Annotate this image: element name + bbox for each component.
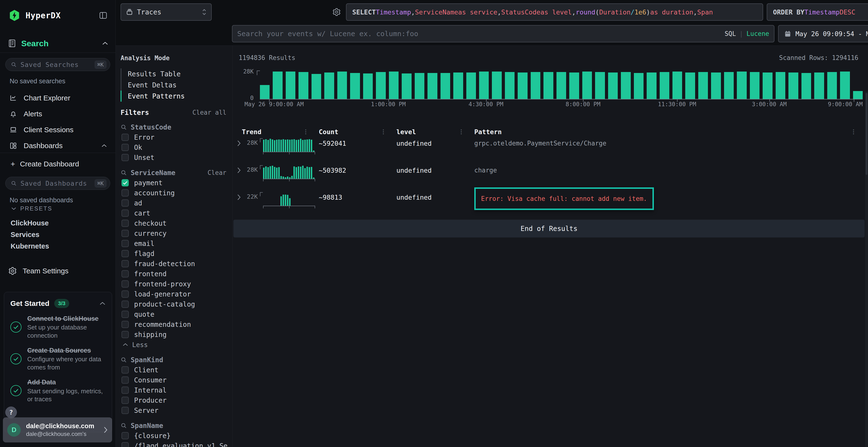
filter-checkbox[interactable] [122, 432, 129, 439]
mode-event-patterns[interactable]: Event Patterns [121, 91, 227, 102]
filter-option-recommendation[interactable]: recommendation [121, 319, 226, 330]
clear-group-button[interactable]: Clear [208, 169, 226, 176]
filter-option-quote[interactable]: quote [121, 309, 226, 319]
filter-checkbox[interactable] [122, 199, 129, 207]
filter-checkbox[interactable] [122, 301, 129, 308]
user-menu[interactable]: D dale@clickhouse.com dale@clickhouse.co… [3, 417, 112, 442]
help-button[interactable]: ? [5, 407, 17, 418]
filter-option-shipping[interactable]: shipping [121, 330, 226, 340]
filter-option-fraud-detection[interactable]: fraud-detection [121, 259, 226, 269]
filter-checkbox[interactable] [122, 331, 129, 338]
filter-option--flagd-evaluation-v1-se-[interactable]: /flagd.evaluation.v1.Se… [121, 441, 226, 447]
table-row[interactable]: 22K~98813undefinedError: Visa cache full… [235, 190, 863, 217]
sidebar-item-chart-explorer[interactable]: Chart Explorer [0, 90, 116, 106]
time-range-picker[interactable]: May 26 09:09:54 - May 27 09:09:54 [778, 25, 868, 42]
source-settings-gear-icon[interactable] [332, 8, 341, 16]
filter-option-cart[interactable]: cart [121, 208, 226, 218]
filter-checkbox[interactable] [122, 386, 129, 394]
sql-mode-button[interactable]: SQL [724, 30, 736, 37]
filter-checkbox[interactable] [122, 376, 129, 384]
lucene-mode-button[interactable]: Lucene [746, 30, 769, 37]
order-by-editor[interactable]: ORDER BY Timestamp DESC [767, 3, 868, 21]
filter-checkbox[interactable] [122, 240, 129, 247]
filter-option-accounting[interactable]: accounting [121, 188, 226, 198]
filter-option-frontend-proxy[interactable]: frontend-proxy [121, 279, 226, 289]
filter-checkbox[interactable] [122, 179, 129, 186]
filter-checkbox[interactable] [122, 321, 129, 328]
mode-results-table[interactable]: Results Table [121, 68, 227, 79]
filter-option-error[interactable]: Error [121, 132, 226, 142]
sql-select-editor[interactable]: SELECT Timestamp, ServiceName as service… [346, 3, 763, 21]
sidebar-item-team-settings[interactable]: Team Settings [0, 264, 116, 278]
filter-checkbox[interactable] [122, 134, 129, 141]
mode-event-deltas[interactable]: Event Deltas [121, 79, 227, 91]
filter-checkbox[interactable] [122, 260, 129, 267]
get-started-item[interactable]: Create Data SourcesConfigure where your … [10, 346, 105, 372]
sidebar-collapse-icon[interactable] [99, 12, 107, 19]
filter-option-unset[interactable]: Unset [121, 152, 226, 163]
sidebar-item-client-sessions[interactable]: Client Sessions [0, 122, 116, 138]
filter-checkbox[interactable] [122, 270, 129, 277]
sidebar-item-dashboards[interactable]: Dashboards [0, 138, 116, 153]
saved-searches-input[interactable]: Saved Searches ⌘K [5, 58, 110, 71]
filter-checkbox[interactable] [122, 230, 129, 237]
filter-option-producer[interactable]: Producer [121, 395, 226, 405]
show-less-button[interactable]: Less [121, 340, 226, 350]
filter-option-frontend[interactable]: frontend [121, 269, 226, 279]
filter-option-consumer[interactable]: Consumer [121, 375, 226, 385]
get-started-item[interactable]: Connect to ClickHouseSet up your databas… [10, 314, 105, 340]
column-resize-handle[interactable]: ⋮ [380, 128, 386, 135]
count-cell: ~98813 [315, 190, 393, 201]
filter-option-ok[interactable]: Ok [121, 142, 226, 152]
filter-option-email[interactable]: email [121, 238, 226, 248]
filter-checkbox[interactable] [122, 144, 129, 151]
clear-all-button[interactable]: Clear all [192, 109, 226, 116]
search-input[interactable] [237, 30, 724, 38]
filter-option-server[interactable]: Server [121, 405, 226, 415]
create-dashboard-button[interactable]: + Create Dashboard [0, 157, 116, 171]
sidebar-item-alerts[interactable]: Alerts [0, 106, 116, 122]
chevron-right-icon[interactable] [237, 140, 241, 146]
filter-checkbox[interactable] [122, 209, 129, 217]
filter-option-flagd[interactable]: flagd [121, 248, 226, 259]
column-resize-handle[interactable]: ⋮ [458, 128, 464, 135]
filter-checkbox[interactable] [122, 311, 129, 318]
filter-option-client[interactable]: Client [121, 365, 226, 375]
chevron-right-icon[interactable] [237, 167, 241, 173]
filter-checkbox[interactable] [122, 250, 129, 257]
preset-services[interactable]: Services [0, 229, 116, 240]
filter-option-internal[interactable]: Internal [121, 385, 226, 395]
filter-option-checkout[interactable]: checkout [121, 218, 226, 228]
histogram-bar [311, 74, 321, 99]
filter-checkbox[interactable] [122, 366, 129, 374]
filter-option-currency[interactable]: currency [121, 228, 226, 238]
filter-checkbox[interactable] [122, 154, 129, 161]
filter-option--closure-[interactable]: {closure} [121, 431, 226, 441]
filter-checkbox[interactable] [122, 280, 129, 287]
saved-dashboards-input[interactable]: Saved Dashboards ⌘K [5, 177, 110, 190]
filter-checkbox[interactable] [122, 290, 129, 298]
table-row[interactable]: 28K~503982undefinedcharge [235, 163, 863, 190]
table-row[interactable]: 28K~592041undefinedgrpc.oteldemo.Payment… [235, 136, 863, 163]
presets-toggle[interactable]: PRESETS [11, 205, 52, 212]
filter-option-product-catalog[interactable]: product-catalog [121, 299, 226, 309]
preset-clickhouse[interactable]: ClickHouse [0, 217, 116, 229]
filter-checkbox[interactable] [122, 407, 129, 414]
column-resize-handle[interactable]: ⋮ [850, 128, 857, 135]
preset-kubernetes[interactable]: Kubernetes [0, 240, 116, 252]
filter-checkbox[interactable] [122, 220, 129, 227]
filter-checkbox[interactable] [122, 189, 129, 197]
filter-option-load-generator[interactable]: load-generator [121, 289, 226, 299]
filter-checkbox[interactable] [122, 442, 129, 447]
get-started-header[interactable]: Get Started 3/3 [10, 299, 105, 308]
sidebar-item-search[interactable]: Search [8, 38, 108, 49]
column-resize-handle[interactable]: ⋮ [303, 128, 309, 135]
filter-checkbox[interactable] [122, 397, 129, 404]
filter-option-payment[interactable]: payment [121, 178, 226, 188]
scrollbar-thumb[interactable] [866, 93, 868, 175]
end-of-results-banner: End of Results [234, 220, 865, 238]
filter-option-ad[interactable]: ad [121, 198, 226, 208]
chevron-right-icon[interactable] [237, 194, 241, 200]
source-selector[interactable]: Traces [121, 3, 212, 21]
get-started-item[interactable]: Add DataStart sending logs, metrics, or … [10, 378, 105, 403]
